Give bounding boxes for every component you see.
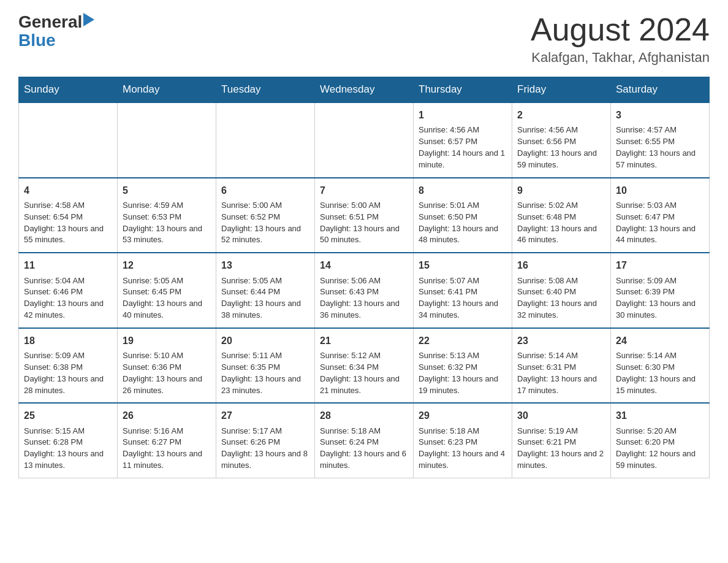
daylight-text: Daylight: 13 hours and 17 minutes. (517, 373, 605, 397)
day-number: 8 (419, 183, 507, 197)
sunset-text: Sunset: 6:46 PM (24, 286, 112, 298)
daylight-text: Daylight: 13 hours and 44 minutes. (616, 223, 704, 247)
sunset-text: Sunset: 6:43 PM (320, 286, 408, 298)
sunset-text: Sunset: 6:51 PM (320, 212, 408, 223)
day-number: 1 (419, 108, 507, 122)
calendar-cell: 31Sunrise: 5:20 AMSunset: 6:20 PMDayligh… (611, 403, 710, 478)
day-number: 27 (221, 408, 309, 423)
calendar-week-row: 25Sunrise: 5:15 AMSunset: 6:28 PMDayligh… (19, 403, 710, 478)
calendar-week-row: 4Sunrise: 4:58 AMSunset: 6:54 PMDaylight… (19, 178, 710, 253)
day-number: 6 (221, 183, 309, 197)
sunset-text: Sunset: 6:31 PM (517, 362, 605, 373)
day-number: 24 (616, 334, 704, 348)
header-tuesday: Tuesday (216, 77, 315, 103)
day-number: 9 (517, 183, 605, 197)
day-number: 14 (320, 258, 408, 272)
sunrise-text: Sunrise: 5:02 AM (517, 200, 605, 212)
sunset-text: Sunset: 6:21 PM (517, 437, 605, 448)
day-number: 28 (320, 408, 408, 423)
sunrise-text: Sunrise: 5:09 AM (24, 350, 112, 362)
sunrise-text: Sunrise: 5:14 AM (517, 350, 605, 362)
sunset-text: Sunset: 6:57 PM (419, 136, 507, 148)
daylight-text: Daylight: 13 hours and 38 minutes. (221, 298, 309, 321)
header-saturday: Saturday (611, 77, 710, 103)
logo: General Blue (18, 12, 94, 50)
daylight-text: Daylight: 13 hours and 46 minutes. (517, 223, 605, 247)
sunset-text: Sunset: 6:40 PM (517, 286, 605, 298)
sunset-text: Sunset: 6:38 PM (24, 362, 112, 373)
sunrise-text: Sunrise: 5:18 AM (419, 426, 507, 437)
day-number: 19 (123, 334, 211, 348)
day-number: 22 (419, 334, 507, 348)
daylight-text: Daylight: 13 hours and 34 minutes. (419, 298, 507, 321)
daylight-text: Daylight: 13 hours and 32 minutes. (517, 298, 605, 321)
daylight-text: Daylight: 13 hours and 4 minutes. (419, 448, 507, 472)
sunset-text: Sunset: 6:47 PM (616, 212, 704, 223)
sunset-text: Sunset: 6:48 PM (517, 212, 605, 223)
day-number: 25 (24, 408, 112, 423)
sunrise-text: Sunrise: 5:07 AM (419, 275, 507, 287)
sunrise-text: Sunrise: 5:03 AM (616, 200, 704, 212)
calendar-cell: 27Sunrise: 5:17 AMSunset: 6:26 PMDayligh… (216, 403, 315, 478)
calendar-cell: 14Sunrise: 5:06 AMSunset: 6:43 PMDayligh… (315, 253, 414, 328)
month-title: August 2024 (531, 12, 710, 47)
sunset-text: Sunset: 6:54 PM (24, 212, 112, 223)
sunset-text: Sunset: 6:26 PM (221, 437, 309, 448)
daylight-text: Daylight: 13 hours and 40 minutes. (123, 298, 211, 321)
header-wednesday: Wednesday (315, 77, 414, 103)
page-header: General Blue August 2024 Kalafgan, Takha… (18, 12, 710, 66)
sunrise-text: Sunrise: 5:08 AM (517, 275, 605, 287)
calendar-table: Sunday Monday Tuesday Wednesday Thursday… (18, 77, 710, 478)
sunset-text: Sunset: 6:56 PM (517, 136, 605, 148)
sunrise-text: Sunrise: 5:13 AM (419, 350, 507, 362)
calendar-cell: 30Sunrise: 5:19 AMSunset: 6:21 PMDayligh… (512, 403, 611, 478)
logo-blue-text: Blue (18, 31, 56, 50)
day-number: 23 (517, 334, 605, 348)
day-number: 16 (517, 258, 605, 272)
title-area: August 2024 Kalafgan, Takhar, Afghanista… (531, 12, 710, 66)
sunrise-text: Sunrise: 5:00 AM (221, 200, 309, 212)
sunrise-text: Sunrise: 5:15 AM (24, 426, 112, 437)
daylight-text: Daylight: 13 hours and 8 minutes. (221, 448, 309, 472)
day-number: 10 (616, 183, 704, 197)
calendar-cell: 22Sunrise: 5:13 AMSunset: 6:32 PMDayligh… (414, 328, 512, 404)
day-number: 3 (616, 108, 704, 122)
sunrise-text: Sunrise: 5:00 AM (320, 200, 408, 212)
sunset-text: Sunset: 6:44 PM (221, 286, 309, 298)
calendar-cell: 4Sunrise: 4:58 AMSunset: 6:54 PMDaylight… (19, 178, 118, 253)
calendar-cell: 12Sunrise: 5:05 AMSunset: 6:45 PMDayligh… (118, 253, 216, 328)
daylight-text: Daylight: 13 hours and 6 minutes. (320, 448, 408, 472)
day-number: 30 (517, 408, 605, 423)
svg-marker-0 (83, 13, 94, 26)
sunset-text: Sunset: 6:30 PM (616, 362, 704, 373)
sunset-text: Sunset: 6:34 PM (320, 362, 408, 373)
sunset-text: Sunset: 6:53 PM (123, 212, 211, 223)
daylight-text: Daylight: 13 hours and 52 minutes. (221, 223, 309, 247)
daylight-text: Daylight: 13 hours and 36 minutes. (320, 298, 408, 321)
calendar-cell: 5Sunrise: 4:59 AMSunset: 6:53 PMDaylight… (118, 178, 216, 253)
daylight-text: Daylight: 13 hours and 13 minutes. (24, 448, 112, 472)
day-number: 26 (123, 408, 211, 423)
calendar-cell: 1Sunrise: 4:56 AMSunset: 6:57 PMDaylight… (414, 102, 512, 178)
day-number: 5 (123, 183, 211, 197)
sunrise-text: Sunrise: 5:12 AM (320, 350, 408, 362)
location-text: Kalafgan, Takhar, Afghanistan (531, 50, 710, 66)
sunset-text: Sunset: 6:45 PM (123, 286, 211, 298)
sunset-text: Sunset: 6:55 PM (616, 136, 704, 148)
sunset-text: Sunset: 6:20 PM (616, 437, 704, 448)
day-number: 12 (123, 258, 211, 272)
calendar-cell: 16Sunrise: 5:08 AMSunset: 6:40 PMDayligh… (512, 253, 611, 328)
weekday-header-row: Sunday Monday Tuesday Wednesday Thursday… (19, 77, 710, 103)
sunrise-text: Sunrise: 5:05 AM (221, 275, 309, 287)
daylight-text: Daylight: 13 hours and 57 minutes. (616, 148, 704, 171)
sunrise-text: Sunrise: 5:18 AM (320, 426, 408, 437)
sunrise-text: Sunrise: 5:17 AM (221, 426, 309, 437)
daylight-text: Daylight: 13 hours and 28 minutes. (24, 373, 112, 397)
header-friday: Friday (512, 77, 611, 103)
day-number: 29 (419, 408, 507, 423)
day-number: 18 (24, 334, 112, 348)
sunrise-text: Sunrise: 4:56 AM (517, 124, 605, 136)
logo-general-text: General (18, 12, 82, 32)
calendar-cell: 7Sunrise: 5:00 AMSunset: 6:51 PMDaylight… (315, 178, 414, 253)
calendar-cell: 20Sunrise: 5:11 AMSunset: 6:35 PMDayligh… (216, 328, 315, 404)
